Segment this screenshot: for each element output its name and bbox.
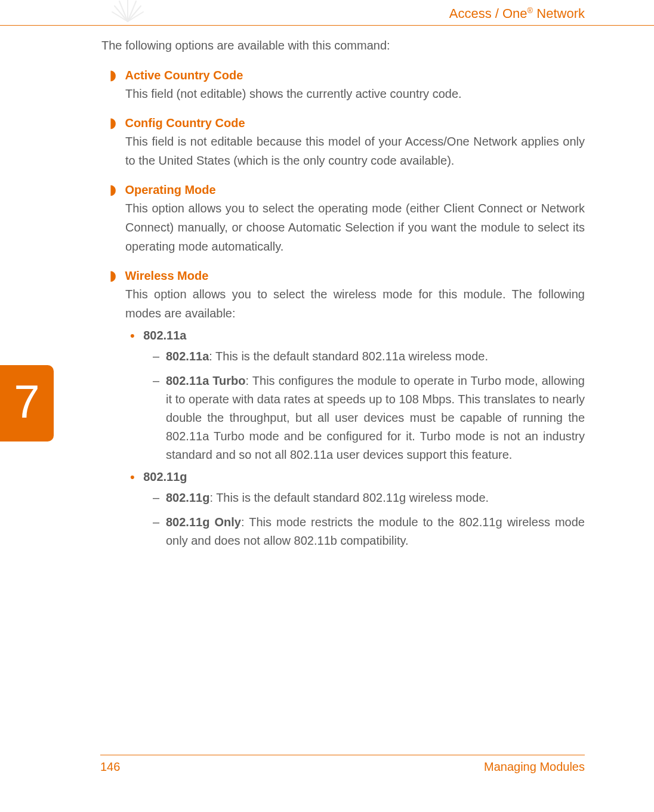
dash-bullet-icon: – [153,372,159,390]
option-desc: This option allows you to select the wir… [125,285,585,323]
option-title: Active Country Code [125,69,243,82]
page-header: Access / One® Network [0,0,654,26]
dash-label: 802.11a Turbo [166,374,246,387]
dash-item: – 802.11a Turbo: This configures the mod… [166,372,585,464]
option-item: ◗ Config Country Code This field is not … [125,115,585,170]
dash-bullet-icon: – [153,513,159,532]
option-item: ◗ Wireless Mode This option allows you t… [125,268,585,550]
option-title: Operating Mode [125,183,215,196]
sub-title: 802.11g [143,470,187,483]
intro-text: The following options are available with… [101,36,585,54]
sub-list: • 802.11a – 802.11a: This is the default… [125,329,585,550]
header-title-suffix: Network [533,6,585,21]
footer-section: Managing Modules [484,760,585,774]
dot-bullet-icon: • [130,471,135,484]
dash-list: – 802.11g: This is the default standard … [144,489,585,550]
option-desc: This field is not editable because this … [125,132,585,170]
page-content: The following options are available with… [0,36,654,550]
dash-item: – 802.11g Only: This mode restricts the … [166,513,585,550]
dash-label: 802.11g Only [166,515,241,529]
option-title: Config Country Code [125,116,245,129]
chapter-tab: 7 [0,365,54,441]
sub-title: 802.11a [143,329,186,342]
header-title: Access / One® Network [101,6,585,25]
d-bullet-icon: ◗ [110,267,116,283]
dash-list: – 802.11a: This is the default standard … [144,347,585,464]
options-list: ◗ Active Country Code This field (not ed… [101,67,585,550]
option-item: ◗ Active Country Code This field (not ed… [125,67,585,103]
dash-text: : This is the default standard 802.11g w… [209,491,489,504]
dash-bullet-icon: – [153,489,159,507]
header-registered-mark: ® [527,6,533,15]
document-page: Access / One® Network The following opti… [0,0,654,812]
sub-item: • 802.11a – 802.11a: This is the default… [144,329,585,464]
d-bullet-icon: ◗ [110,181,116,197]
chapter-number: 7 [14,378,39,425]
sub-item: • 802.11g – 802.11g: This is the default… [144,470,585,550]
option-desc: This option allows you to select the ope… [125,199,585,256]
dash-item: – 802.11a: This is the default standard … [166,347,585,366]
page-footer: 146 Managing Modules [100,755,585,774]
page-number: 146 [100,760,120,774]
header-title-prefix: Access / One [449,6,527,21]
dash-bullet-icon: – [153,347,159,366]
option-item: ◗ Operating Mode This option allows you … [125,182,585,256]
d-bullet-icon: ◗ [110,115,116,130]
option-desc: This field (not editable) shows the curr… [125,84,585,103]
option-title: Wireless Mode [125,269,208,282]
dash-label: 802.11a [166,350,209,363]
dash-label: 802.11g [166,491,209,504]
d-bullet-icon: ◗ [110,67,116,82]
dash-item: – 802.11g: This is the default standard … [166,489,585,507]
dot-bullet-icon: • [130,329,135,342]
dash-text: : This is the default standard 802.11a w… [209,350,488,363]
